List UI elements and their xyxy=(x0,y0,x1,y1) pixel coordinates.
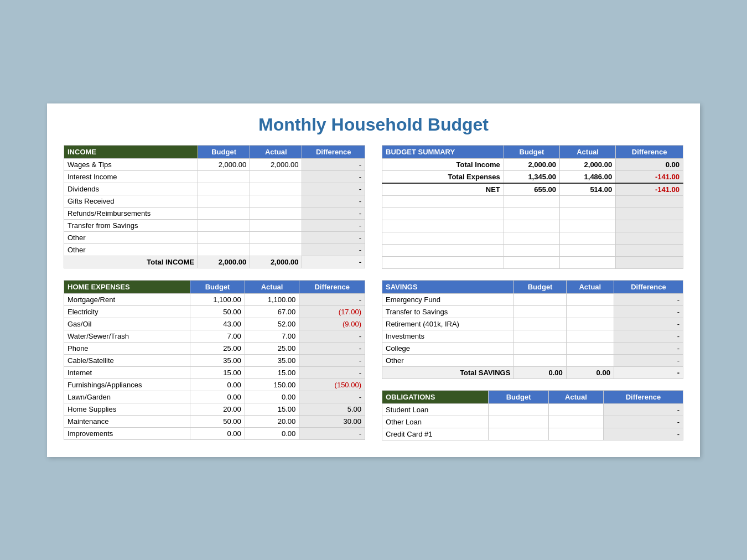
income-budget xyxy=(198,195,250,207)
summary-spacer-row xyxy=(382,220,683,232)
income-row: Other - xyxy=(64,231,365,243)
home-label: Water/Sewer/Trash xyxy=(64,330,190,342)
home-label: Maintenance xyxy=(64,415,190,427)
home-label: Home Supplies xyxy=(64,403,190,415)
spacer-cell xyxy=(504,195,559,208)
savings-actual xyxy=(566,354,614,366)
income-actual xyxy=(250,170,302,183)
savings-table: SAVINGS Budget Actual Difference Emergen… xyxy=(382,280,683,379)
home-expenses-section: HOME EXPENSES Budget Actual Difference M… xyxy=(64,280,365,440)
spacer-cell xyxy=(382,244,504,256)
home-expenses-table: HOME EXPENSES Budget Actual Difference M… xyxy=(64,280,365,440)
budget-summary-header: BUDGET SUMMARY xyxy=(382,145,504,158)
income-diff: - xyxy=(302,207,365,219)
obligations-budget xyxy=(489,416,549,428)
income-budget-col: Budget xyxy=(198,145,250,158)
home-budget: 20.00 xyxy=(190,403,245,415)
savings-budget xyxy=(514,305,566,318)
home-row: Electricity 50.00 67.00 (17.00) xyxy=(64,305,365,318)
home-row: Improvements 0.00 0.00 - xyxy=(64,427,365,439)
savings-total-label: Total SAVINGS xyxy=(382,366,514,378)
home-label: Improvements xyxy=(64,427,190,439)
summary-label: Total Income xyxy=(382,158,504,170)
savings-label: Other xyxy=(382,354,514,366)
savings-total-budget: 0.00 xyxy=(514,366,566,378)
savings-header: SAVINGS xyxy=(382,280,514,293)
home-diff: (17.00) xyxy=(299,305,365,318)
income-row: Interest Income - xyxy=(64,170,365,183)
summary-actual: 514.00 xyxy=(559,183,615,196)
income-budget xyxy=(198,243,250,256)
income-row: Refunds/Reimbursements - xyxy=(64,207,365,219)
spacer-cell xyxy=(504,244,559,256)
savings-label: College xyxy=(382,342,514,354)
income-total-row: Total INCOME 2,000.00 2,000.00 - xyxy=(64,256,365,268)
savings-row: Emergency Fund - xyxy=(382,293,683,305)
savings-label: Transfer to Savings xyxy=(382,305,514,318)
obligations-header: OBLIGATIONS xyxy=(382,390,489,403)
spacer-cell xyxy=(616,220,683,232)
income-row: Transfer from Savings - xyxy=(64,219,365,231)
home-row: Cable/Satellite 35.00 35.00 - xyxy=(64,354,365,366)
home-label: Lawn/Garden xyxy=(64,391,190,403)
home-diff: - xyxy=(299,330,365,342)
income-table: INCOME Budget Actual Difference Wages & … xyxy=(64,145,365,268)
savings-diff: - xyxy=(614,342,683,354)
home-diff: - xyxy=(299,354,365,366)
spacer-cell xyxy=(559,244,615,256)
home-budget: 0.00 xyxy=(190,391,245,403)
page-title: Monthly Household Budget xyxy=(64,115,683,135)
obligations-actual xyxy=(548,416,603,428)
home-budget: 50.00 xyxy=(190,415,245,427)
home-diff: 5.00 xyxy=(299,403,365,415)
income-actual xyxy=(250,195,302,207)
income-row: Other - xyxy=(64,243,365,256)
home-actual: 7.00 xyxy=(245,330,299,342)
income-row: Wages & Tips 2,000.00 2,000.00 - xyxy=(64,158,365,170)
spacer-cell xyxy=(382,208,504,220)
spacer-cell xyxy=(616,244,683,256)
income-label: Interest Income xyxy=(64,170,198,183)
savings-budget xyxy=(514,354,566,366)
income-diff: - xyxy=(302,243,365,256)
home-actual: 67.00 xyxy=(245,305,299,318)
spacer-cell xyxy=(504,232,559,244)
summary-spacer-row xyxy=(382,232,683,244)
summary-actual: 1,486.00 xyxy=(559,170,615,183)
income-diff-col: Difference xyxy=(302,145,365,158)
savings-total-actual: 0.00 xyxy=(566,366,614,378)
savings-label: Investments xyxy=(382,330,514,342)
home-row: Gas/Oil 43.00 52.00 (9.00) xyxy=(64,318,365,330)
spacer-cell xyxy=(382,256,504,268)
savings-actual-col: Actual xyxy=(566,280,614,293)
income-total-diff: - xyxy=(302,256,365,268)
summary-budget: 655.00 xyxy=(504,183,559,196)
income-actual xyxy=(250,243,302,256)
income-diff: - xyxy=(302,158,365,170)
savings-diff: - xyxy=(614,354,683,366)
home-row: Mortgage/Rent 1,100.00 1,100.00 - xyxy=(64,293,365,305)
income-diff: - xyxy=(302,183,365,195)
spacer-cell xyxy=(616,195,683,208)
obligations-label: Student Loan xyxy=(382,403,489,416)
home-budget: 0.00 xyxy=(190,427,245,439)
income-budget xyxy=(198,231,250,243)
home-actual: 0.00 xyxy=(245,427,299,439)
income-label: Gifts Received xyxy=(64,195,198,207)
home-budget: 43.00 xyxy=(190,318,245,330)
income-budget: 2,000.00 xyxy=(198,158,250,170)
income-budget xyxy=(198,207,250,219)
home-row: Maintenance 50.00 20.00 30.00 xyxy=(64,415,365,427)
home-label: Electricity xyxy=(64,305,190,318)
summary-row: Total Income 2,000.00 2,000.00 0.00 xyxy=(382,158,683,170)
obligations-diff: - xyxy=(604,416,683,428)
home-row: Home Supplies 20.00 15.00 5.00 xyxy=(64,403,365,415)
savings-diff: - xyxy=(614,293,683,305)
home-row: Phone 25.00 25.00 - xyxy=(64,342,365,354)
income-label: Refunds/Reimbursements xyxy=(64,207,198,219)
home-diff: (150.00) xyxy=(299,378,365,391)
home-actual: 1,100.00 xyxy=(245,293,299,305)
spacer-cell xyxy=(382,232,504,244)
home-actual-col: Actual xyxy=(245,280,299,293)
home-actual: 15.00 xyxy=(245,403,299,415)
